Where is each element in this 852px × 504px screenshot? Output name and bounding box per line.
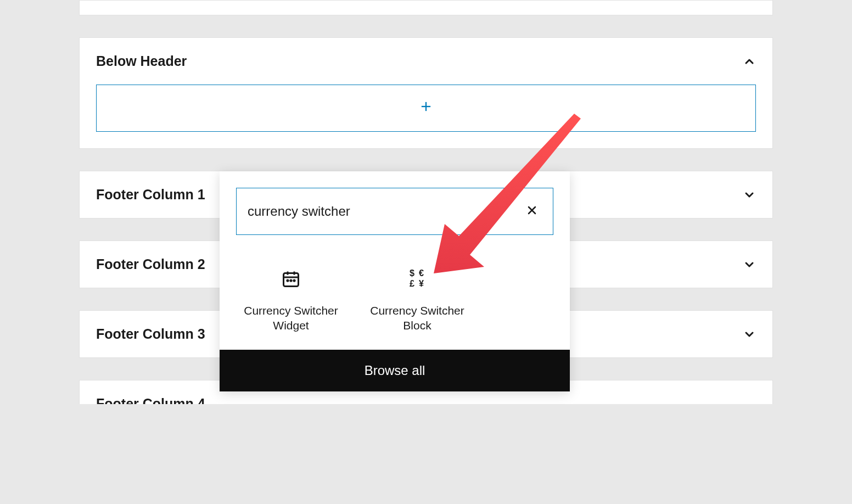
svg-text:¥: ¥ [419, 278, 424, 288]
block-label: Currency Switcher Block [368, 303, 467, 333]
below-header-title: Below Header [96, 53, 187, 69]
svg-text:€: € [419, 268, 424, 278]
currency-switcher-widget-block[interactable]: Currency Switcher Widget [242, 268, 340, 333]
svg-point-10 [294, 280, 295, 281]
below-header-section: Below Header [79, 37, 773, 149]
widget-area-partial-top [79, 0, 773, 15]
svg-text:£: £ [410, 278, 414, 288]
chevron-down-icon [743, 258, 756, 271]
footer-col-1-title: Footer Column 1 [96, 187, 205, 203]
search-wrap [220, 171, 570, 246]
plus-icon [418, 99, 434, 118]
svg-point-8 [287, 280, 288, 281]
search-results: Currency Switcher Widget $ € £ ¥ Currenc… [220, 246, 570, 350]
footer-col-2-title: Footer Column 2 [96, 256, 205, 272]
block-inserter-popover: Currency Switcher Widget $ € £ ¥ Currenc… [220, 171, 570, 391]
currency-switcher-block[interactable]: $ € £ ¥ Currency Switcher Block [368, 268, 467, 333]
clear-search-button[interactable] [522, 200, 542, 222]
add-block-button[interactable] [96, 85, 756, 132]
footer-col-3-title: Footer Column 3 [96, 326, 205, 342]
svg-text:$: $ [410, 268, 414, 278]
block-label: Currency Switcher Widget [242, 303, 340, 333]
search-box[interactable] [236, 188, 553, 235]
block-search-input[interactable] [248, 204, 522, 219]
below-header-toggle[interactable]: Below Header [80, 38, 772, 85]
below-header-content [80, 85, 772, 148]
chevron-down-icon [743, 328, 756, 341]
browse-all-button[interactable]: Browse all [220, 350, 570, 391]
svg-point-9 [290, 280, 292, 281]
calendar-icon [280, 268, 302, 290]
chevron-up-icon [743, 55, 756, 68]
currency-symbols-icon: $ € £ ¥ [406, 268, 428, 290]
chevron-down-icon [743, 188, 756, 201]
